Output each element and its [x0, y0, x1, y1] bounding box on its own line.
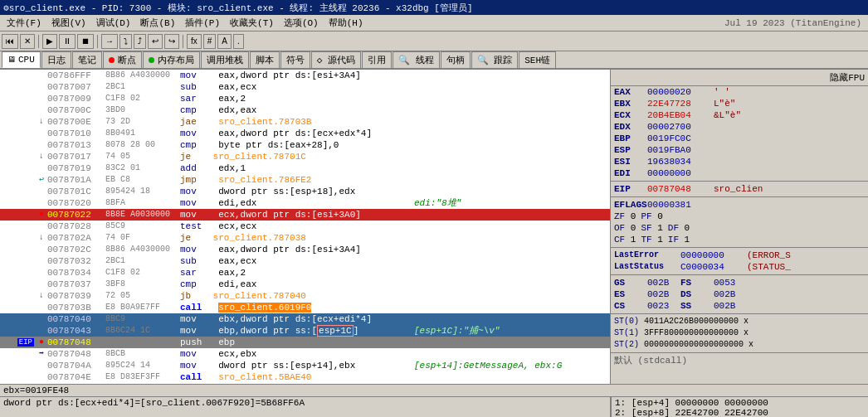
- disasm-row[interactable]: 00787007 2BC1 sub eax,ecx: [0, 81, 610, 93]
- ebp-value[interactable]: 0019FC0C: [647, 133, 714, 144]
- disasm-scroll[interactable]: 00786FFF 8B86 A4030000 mov eax,dword ptr…: [0, 70, 610, 384]
- mnemonic: mov dword ptr ss:[esp+18],edx: [178, 186, 411, 197]
- toolbar-follow[interactable]: A: [217, 34, 232, 49]
- comment: [411, 337, 417, 348]
- registers-panel: 隐藏FPU EAX 00000020 ' ' EBX 22E47728 L"è"…: [611, 70, 868, 384]
- tab-note[interactable]: 笔记: [72, 51, 102, 68]
- menu-debug[interactable]: 调试(D): [91, 15, 136, 31]
- reg-divider-5: [611, 313, 868, 314]
- toolbar-more[interactable]: .: [233, 34, 244, 49]
- toolbar-stop[interactable]: ⏹: [77, 34, 94, 49]
- disasm-panel[interactable]: 00786FFF 8B86 A4030000 mov eax,dword ptr…: [0, 70, 611, 384]
- toolbar-pause[interactable]: ⏸: [59, 34, 76, 49]
- es-label: ES: [614, 289, 647, 300]
- menu-options[interactable]: 选项(O): [279, 15, 324, 31]
- tab-breakpoint[interactable]: 断点: [103, 51, 142, 68]
- disasm-row[interactable]: 00787019 83C2 01 add edx,1: [0, 162, 610, 174]
- tab-trace[interactable]: 🔍 跟踪: [471, 51, 519, 68]
- disasm-row[interactable]: 00787043 8B6C24 1C mov ebp,dword ptr ss:…: [0, 325, 610, 337]
- disasm-row[interactable]: 0078704E E8 D83EF3FF call sro_client.5BA…: [0, 371, 610, 383]
- laststatus-value: C0000034: [680, 261, 747, 273]
- status-row2: dword ptr ds:[ecx+edi*4]=[sro_client.006…: [0, 397, 868, 417]
- fpu-toggle[interactable]: 隐藏FPU: [611, 70, 868, 86]
- menu-view[interactable]: 视图(V): [46, 15, 91, 31]
- address: 0078701C: [46, 186, 104, 197]
- toolbar-step-into[interactable]: →: [101, 34, 118, 49]
- disasm-row[interactable]: 00787028 85C9 test ecx,ecx: [0, 221, 610, 232]
- disasm-row[interactable]: ↩ 0078701A EB C8 jmp sro_client.786FE2: [0, 174, 610, 186]
- ds-value: 002B: [714, 289, 747, 300]
- comment: [esp+1C]:"捕~\v": [411, 325, 503, 337]
- disasm-row[interactable]: 00787009 C1F8 02 sar eax,2: [0, 93, 610, 104]
- eip-value[interactable]: 00787048: [647, 183, 714, 195]
- disasm-row[interactable]: 00787040 8BC9 mov ebx,dword ptr ds:[ecx+…: [0, 313, 610, 325]
- tab-symbol[interactable]: 符号: [280, 51, 310, 68]
- mnemonic: add edx,1: [178, 162, 411, 174]
- tab-script[interactable]: 脚本: [250, 51, 280, 68]
- disasm-row[interactable]: 0078700C 3BD0 cmp edx,eax: [0, 104, 610, 116]
- disasm-row[interactable]: 0078703B E8 B0A9E7FF call sro_client.601…: [0, 302, 610, 313]
- toolbar-bp-cond[interactable]: #: [203, 34, 217, 49]
- disasm-row[interactable]: 0078701C 895424 18 mov dword ptr ss:[esp…: [0, 186, 610, 197]
- tab-ref[interactable]: 引用: [362, 51, 392, 68]
- disasm-row[interactable]: ● 00787022 8B8E A0030000 mov ecx,dword p…: [0, 209, 610, 221]
- disasm-row[interactable]: ➡ 00787048 8BCB mov ecx,ebx: [0, 348, 610, 360]
- esp-value[interactable]: 0019FBA0: [647, 144, 714, 156]
- tab-cpu[interactable]: 🖥 CPU: [2, 51, 41, 68]
- tab-thread[interactable]: 🔍 线程: [393, 51, 440, 68]
- tab-seh[interactable]: SEH链: [519, 51, 556, 68]
- mnemonic: mov eax,dword ptr ds:[ecx+edx*4]: [178, 128, 411, 139]
- toolbar-close[interactable]: ✕: [20, 34, 35, 49]
- flags-row: ZF 0 PF 0: [611, 211, 868, 222]
- menu-plugin[interactable]: 插件(P): [180, 15, 225, 31]
- disasm-row[interactable]: 0078702C 8B86 A4030000 mov eax,dword ptr…: [0, 244, 610, 255]
- address: 00787037: [46, 279, 104, 290]
- disasm-row[interactable]: ↓ 0078702A 74 0F je sro_client.787038: [0, 232, 610, 244]
- disasm-row[interactable]: ↓ 00787039 72 05 jb sro_client.787040: [0, 290, 610, 302]
- toolbar-forward[interactable]: ↪: [164, 34, 179, 49]
- st2-label: ST(2): [614, 339, 644, 351]
- menu-favorites[interactable]: 收藏夹(T): [225, 15, 279, 31]
- menu-file[interactable]: 文件(F): [2, 15, 46, 31]
- edx-value[interactable]: 00002700: [647, 121, 714, 133]
- menu-breakpoint[interactable]: 断点(B): [135, 15, 180, 31]
- toolbar-restart[interactable]: ⏮: [2, 34, 18, 49]
- comment: [411, 128, 417, 139]
- menu-help[interactable]: 帮助(H): [324, 15, 368, 31]
- arrow: [0, 267, 46, 279]
- disasm-row[interactable]: 0078704A 895C24 14 mov dword ptr ss:[esp…: [0, 360, 610, 371]
- disasm-row[interactable]: 00787020 8BFA mov edi,edx edi:"8堆": [0, 197, 610, 209]
- esi-value[interactable]: 19638034: [647, 156, 714, 167]
- disasm-row[interactable]: ↓ 0078700E 73 2D jae sro_client.78703B: [0, 116, 610, 128]
- tab-source[interactable]: ◇ 源代码: [311, 51, 361, 68]
- toolbar-step-out[interactable]: ⤴: [134, 34, 146, 49]
- tab-thread-label: 🔍 线程: [398, 54, 434, 66]
- eax-value[interactable]: 00000020: [647, 86, 714, 98]
- tab-memory[interactable]: 内存布局: [143, 51, 200, 68]
- disasm-row[interactable]: 00787010 8B0491 mov eax,dword ptr ds:[ec…: [0, 128, 610, 139]
- ebx-value[interactable]: 22E47728: [647, 98, 714, 109]
- gs-label: GS: [614, 277, 647, 289]
- reg-ebp-row: EBP 0019FC0C: [611, 133, 868, 144]
- comment: [411, 221, 417, 232]
- tab-log[interactable]: 日志: [41, 51, 71, 68]
- toolbar-step-over[interactable]: ⤵: [119, 34, 132, 49]
- flag-of: OF 0: [614, 222, 636, 234]
- disasm-row[interactable]: 00787034 C1F8 02 sar eax,2: [0, 267, 610, 279]
- mnemonic: jmp sro_client.786FE2: [178, 174, 411, 186]
- toolbar-expr[interactable]: fx: [187, 34, 202, 49]
- edi-value[interactable]: 00000000: [647, 167, 714, 179]
- disasm-row[interactable]: 00787032 2BC1 sub eax,ecx: [0, 255, 610, 267]
- ecx-value[interactable]: 20B4EB04: [647, 109, 714, 121]
- disasm-row[interactable]: EIP ● 00787048 55 push ebp: [0, 337, 610, 348]
- disasm-row[interactable]: 00786FFF 8B86 A4030000 mov eax,dword ptr…: [0, 70, 610, 81]
- status-row1: ebx=0019FE48: [0, 385, 868, 397]
- disasm-row[interactable]: ↓ 00787017 74 05 je sro_client.78701C: [0, 151, 610, 162]
- disasm-row[interactable]: 00787037 3BF8 cmp edi,eax: [0, 279, 610, 290]
- tab-callstack[interactable]: 调用堆栈: [201, 51, 249, 68]
- toolbar-run[interactable]: ▶: [42, 34, 57, 49]
- toolbar-back[interactable]: ↩: [148, 34, 163, 49]
- disasm-row[interactable]: 00787013 8078 28 00 cmp byte ptr ds:[eax…: [0, 139, 610, 151]
- eflags-value[interactable]: 00000381: [647, 199, 714, 211]
- tab-handle[interactable]: 句柄: [441, 51, 471, 68]
